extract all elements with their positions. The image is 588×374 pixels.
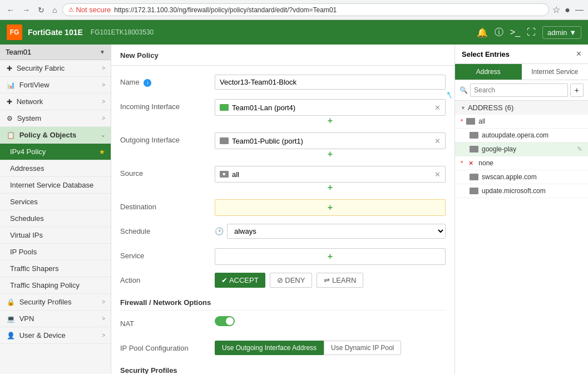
sidebar-item-internet-service-database[interactable]: Internet Service Database xyxy=(0,177,111,194)
list-item[interactable]: autoupdate.opera.com xyxy=(455,129,588,142)
expand-button[interactable]: ⛶ xyxy=(527,27,536,37)
name-field xyxy=(215,75,446,90)
search-icon: 🔍 xyxy=(459,86,468,94)
item-label: autoupdate.opera.com xyxy=(482,131,582,139)
sidebar-item-vpn[interactable]: 💻 VPN > xyxy=(0,311,111,327)
back-button[interactable]: ← xyxy=(4,4,17,16)
reload-button[interactable]: ↻ xyxy=(36,4,47,16)
learn-button[interactable]: ⇌ LEARN xyxy=(317,273,363,288)
add-entry-button[interactable]: + xyxy=(570,83,584,97)
schedule-select[interactable]: always xyxy=(227,224,446,239)
sidebar-item-schedules[interactable]: Schedules xyxy=(0,210,111,227)
source-remove[interactable]: ✕ xyxy=(434,170,441,179)
use-dynamic-button[interactable]: Use Dynamic IP Pool xyxy=(324,341,401,355)
ip-pool-config-field: Use Outgoing Interface Address Use Dynam… xyxy=(215,341,446,355)
sidebar-item-traffic-shaping-policy[interactable]: Traffic Shaping Policy xyxy=(0,277,111,294)
incoming-interface-add[interactable]: + xyxy=(215,116,446,126)
destination-add-icon: + xyxy=(328,203,333,213)
name-label: Name i xyxy=(120,75,215,87)
sidebar-item-virtual-ips[interactable]: Virtual IPs xyxy=(0,227,111,244)
destination-box[interactable]: + xyxy=(215,199,446,216)
sidebar-arrow: > xyxy=(102,316,105,322)
star-icon: ★ xyxy=(99,148,105,156)
list-item[interactable]: swscan.apple.com xyxy=(455,170,588,184)
outgoing-interface-remove[interactable]: ✕ xyxy=(434,137,441,145)
incoming-interface-label: Incoming Interface xyxy=(120,99,215,111)
list-item[interactable]: google-play ✎ xyxy=(455,142,588,156)
tab-internet-service[interactable]: Internet Service xyxy=(522,64,589,80)
sidebar-item-addresses[interactable]: Addresses xyxy=(0,160,111,177)
sidebar-item-label: Addresses xyxy=(10,164,44,173)
right-tabs: Address Internet Service xyxy=(455,64,588,80)
service-label: Service xyxy=(120,248,215,260)
admin-menu-button[interactable]: admin ▼ xyxy=(542,26,581,39)
name-input[interactable] xyxy=(215,75,446,90)
sidebar-item-policy-objects[interactable]: 📋 Policy & Objects ⌄ xyxy=(0,127,111,144)
outgoing-interface-box[interactable]: Team01-Public (port1) ✕ xyxy=(215,132,446,149)
sidebar-item-security-profiles[interactable]: 🔒 Security Profiles > xyxy=(0,294,111,311)
extension-button[interactable]: ⸻ xyxy=(575,5,584,15)
vdom-selector[interactable]: Team01 ▼ xyxy=(0,45,111,60)
sidebar-item-label: IPv4 Policy xyxy=(10,147,46,156)
help-button[interactable]: ⓘ xyxy=(495,27,503,38)
bell-button[interactable]: 🔔 xyxy=(477,27,488,38)
tab-address[interactable]: Address xyxy=(455,64,522,80)
address-section-header: ▼ ADDRESS (6) xyxy=(455,101,588,115)
outgoing-interface-add[interactable]: + xyxy=(215,149,446,159)
sidebar-item-label: Internet Service Database xyxy=(10,181,93,189)
outgoing-interface-label: Outgoing Interface xyxy=(120,132,215,144)
bookmark-button[interactable]: ☆ xyxy=(552,4,560,15)
address-bar: ⚠ Not secure https://172.31.100.30/ng/fi… xyxy=(62,3,549,16)
sidebar-arrow: > xyxy=(102,82,105,88)
sidebar-arrow: ⌄ xyxy=(101,132,105,138)
sidebar-arrow: > xyxy=(102,99,105,105)
sidebar-item-user-device[interactable]: 👤 User & Device > xyxy=(0,327,111,344)
sidebar-item-ip-pools[interactable]: IP Pools xyxy=(0,244,111,260)
profile-button[interactable]: ● xyxy=(565,5,570,15)
sidebar-item-traffic-shapers[interactable]: Traffic Shapers xyxy=(0,260,111,277)
right-search: 🔍 + xyxy=(455,80,588,101)
sidebar-item-fortiview[interactable]: 📊 FortiView > xyxy=(0,77,111,94)
sidebar-arrow: > xyxy=(102,299,105,305)
list-item[interactable]: * ✕ none xyxy=(455,156,588,170)
use-outgoing-button[interactable]: Use Outgoing Interface Address xyxy=(215,341,324,355)
sidebar-item-label: ✚ Security Fabric xyxy=(7,64,65,72)
source-add[interactable]: + xyxy=(215,183,446,193)
list-item[interactable]: * all xyxy=(455,115,588,129)
forward-button[interactable]: → xyxy=(20,4,32,16)
item-label: all xyxy=(478,117,582,125)
collapse-icon: ▼ xyxy=(461,105,466,111)
sidebar-arrow: > xyxy=(102,115,105,121)
sidebar-item-services[interactable]: Services xyxy=(0,194,111,210)
home-button[interactable]: ⌂ xyxy=(50,4,59,16)
source-box[interactable]: ■ all ✕ xyxy=(215,166,446,183)
item-edit-button[interactable]: ✎ xyxy=(577,145,582,153)
app-title: FortiGate 101E xyxy=(28,28,83,37)
browser-bar: ← → ↻ ⌂ ⚠ Not secure https://172.31.100.… xyxy=(0,0,588,20)
name-info-icon[interactable]: i xyxy=(144,79,151,87)
accept-button[interactable]: ✔ ACCEPT xyxy=(215,273,265,288)
sidebar-item-security-fabric[interactable]: ✚ Security Fabric > xyxy=(0,60,111,77)
sidebar: Team01 ▼ ✚ Security Fabric > 📊 FortiView… xyxy=(0,45,111,374)
item-icon xyxy=(470,188,478,194)
service-box[interactable]: + xyxy=(215,248,446,265)
list-item[interactable]: update.microsoft.com xyxy=(455,184,588,198)
incoming-interface-box[interactable]: Team01-Lan (port4) ✕ xyxy=(215,99,446,116)
nat-row: NAT xyxy=(120,316,446,334)
incoming-interface-remove[interactable]: ✕ xyxy=(434,104,441,112)
close-right-panel-button[interactable]: × xyxy=(576,49,581,59)
nat-toggle[interactable] xyxy=(215,316,235,326)
terminal-button[interactable]: >_ xyxy=(510,27,520,37)
search-input[interactable] xyxy=(470,83,568,97)
schedule-field: 🕑 always xyxy=(215,224,446,239)
item-label: update.microsoft.com xyxy=(482,187,582,195)
sidebar-item-system[interactable]: ⚙ System > xyxy=(0,110,111,127)
app-header-left: FG FortiGate 101E FG101ETK18003530 xyxy=(7,24,154,40)
deny-button[interactable]: ⊘ DENY xyxy=(270,273,313,288)
item-label: google-play xyxy=(482,145,574,153)
action-field: ✔ ACCEPT ⊘ DENY ⇌ LEARN xyxy=(215,273,446,288)
destination-field: + xyxy=(215,199,446,216)
sidebar-item-label: IP Pools xyxy=(10,248,37,256)
sidebar-item-network[interactable]: ✚ Network > xyxy=(0,94,111,110)
sidebar-item-ipv4-policy[interactable]: IPv4 Policy ★ xyxy=(0,144,111,160)
